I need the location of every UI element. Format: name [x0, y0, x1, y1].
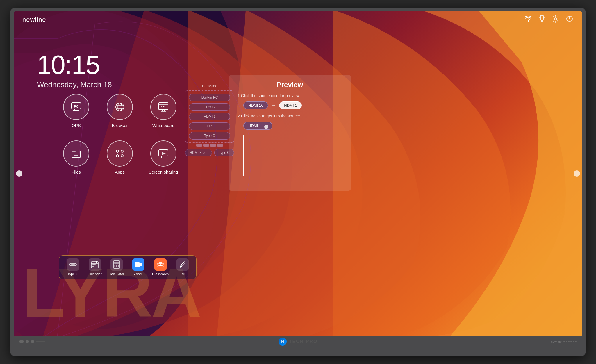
tech-pro-text: TECH PRO	[289, 339, 318, 344]
connector-dot-3	[210, 144, 216, 147]
source-builtin-pc[interactable]: Bulit-in PC	[189, 94, 230, 101]
app-item-apps[interactable]: Apps	[102, 140, 137, 184]
dot-1	[563, 341, 565, 342]
dot-5	[573, 341, 574, 342]
classroom-quick-label: Classroom	[152, 272, 169, 276]
source-panel: Backside Bulit-in PC HDMI 2 HDMI 1 DP Ty…	[185, 84, 234, 156]
top-icons-group	[524, 15, 574, 25]
clock-time: 10:15	[37, 52, 112, 78]
quick-app-edit[interactable]: Edit	[174, 258, 190, 276]
source-typec[interactable]: Type C	[189, 132, 230, 140]
preview-hdmi-from-badge[interactable]: HDMI 1€	[243, 101, 268, 109]
preview-chart	[238, 133, 342, 185]
brand-bottom-label: newline	[551, 340, 562, 343]
app-item-browser[interactable]: Browser	[102, 94, 137, 138]
bottom-port-3	[31, 340, 34, 343]
svg-point-45	[114, 265, 115, 266]
zoom-quick-icon	[132, 258, 144, 271]
svg-point-52	[159, 262, 162, 265]
svg-point-49	[116, 266, 117, 267]
calculator-quick-icon	[110, 258, 123, 271]
svg-rect-44	[114, 262, 119, 264]
calculator-quick-label: Calculator	[108, 272, 124, 276]
preview-step2-badge[interactable]: HDMI 1	[243, 122, 272, 130]
clock-area: 10:15 Wednesday, March 18	[37, 52, 112, 89]
source-front-buttons: HDMI Front Type C	[185, 149, 234, 156]
dot-4	[570, 341, 572, 342]
settings-icon[interactable]	[552, 15, 560, 25]
quick-app-zoom[interactable]: Zoom	[130, 258, 146, 276]
monitor-screen: newline	[14, 11, 582, 336]
brand-logo: newline	[22, 16, 46, 24]
quick-app-typec[interactable]: Type C	[65, 258, 81, 276]
bottom-dots	[563, 341, 577, 342]
screen-content: newline	[14, 11, 582, 336]
svg-point-29	[121, 155, 123, 157]
app-item-whiteboard[interactable]: Whiteboard	[146, 94, 181, 138]
svg-rect-41	[94, 264, 96, 265]
svg-text:PC: PC	[74, 105, 78, 108]
preview-panel: Preview 1.Click the source icon for prev…	[229, 75, 351, 191]
connector-dot-4	[217, 144, 223, 147]
screen-sharing-icon-circle	[150, 140, 176, 167]
apps-icon-circle	[107, 140, 133, 167]
svg-point-54	[162, 263, 164, 265]
preview-hdmi-to-badge: HDMI 1	[279, 101, 302, 109]
power-icon[interactable]	[565, 15, 574, 25]
quick-app-calendar[interactable]: Calendar	[87, 258, 103, 276]
tech-pro-icon	[279, 338, 287, 346]
bottom-port-2	[26, 340, 29, 343]
preview-step2: 2.Click again to get into the source	[238, 114, 342, 118]
preview-arrow-icon: →	[271, 102, 276, 108]
wifi-icon[interactable]	[524, 15, 532, 24]
connector-dot-1	[196, 144, 202, 147]
edit-quick-icon	[176, 258, 189, 271]
edit-quick-label: Edit	[180, 272, 186, 276]
svg-line-55	[181, 265, 182, 266]
svg-point-53	[157, 263, 159, 265]
clock-date: Wednesday, March 18	[37, 80, 112, 89]
files-label: Files	[72, 169, 81, 174]
calendar-quick-icon	[89, 258, 101, 271]
monitor-bottom-left-ports	[19, 340, 45, 343]
usb-drive-icon[interactable]	[538, 15, 546, 25]
dot-3	[568, 341, 570, 342]
svg-point-28	[116, 155, 119, 157]
source-panel-inner: Bulit-in PC HDMI 2 HDMI 1 DP Type C	[185, 90, 234, 143]
bottom-port-1	[19, 340, 24, 343]
source-hdmi1[interactable]: HDMI 1	[189, 113, 230, 120]
app-item-files[interactable]: Files	[59, 140, 94, 184]
zoom-quick-label: Zoom	[134, 272, 143, 276]
quick-app-calculator[interactable]: Calculator	[108, 258, 124, 276]
svg-rect-51	[135, 262, 140, 267]
source-panel-title: Backside	[185, 84, 234, 88]
svg-rect-3	[540, 15, 543, 20]
svg-rect-4	[541, 20, 543, 22]
svg-point-14	[116, 103, 124, 111]
preview-step1: 1.Click the source icon for preview	[238, 93, 342, 98]
svg-point-27	[121, 150, 123, 152]
source-hdmi-front[interactable]: HDMI Front	[185, 149, 212, 156]
screen-sharing-label: Screen sharing	[149, 169, 178, 174]
svg-point-50	[118, 266, 119, 267]
source-dp[interactable]: DP	[189, 122, 230, 130]
dot-2	[566, 341, 567, 342]
browser-icon-circle	[107, 94, 133, 120]
svg-point-26	[116, 150, 119, 152]
apps-label: Apps	[115, 169, 125, 174]
quick-app-classroom[interactable]: Classroom	[152, 258, 169, 276]
source-hdmi2[interactable]: HDMI 2	[189, 103, 230, 111]
front-connectors	[185, 144, 234, 147]
app-item-ops[interactable]: PC OPS	[59, 94, 94, 138]
ops-label: OPS	[72, 123, 81, 128]
app-item-screen-sharing[interactable]: Screen sharing	[146, 140, 181, 184]
tech-pro-logo: TECH PRO	[279, 338, 318, 346]
svg-point-48	[114, 266, 115, 267]
top-bar: newline	[14, 11, 582, 28]
svg-rect-42	[92, 266, 94, 267]
whiteboard-label: Whiteboard	[152, 123, 175, 128]
right-side-button[interactable]	[574, 170, 580, 177]
svg-point-46	[116, 265, 117, 266]
svg-point-15	[118, 103, 122, 111]
left-side-button[interactable]	[16, 170, 22, 177]
